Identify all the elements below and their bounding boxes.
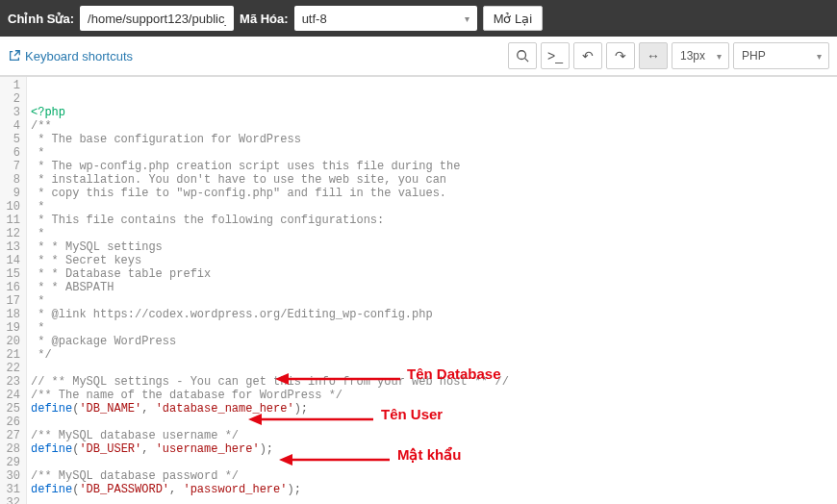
line-number: 2: [4, 92, 20, 106]
svg-point-0: [518, 51, 526, 60]
code-line: */: [31, 348, 833, 362]
line-number: 31: [4, 483, 20, 496]
undo-button[interactable]: ↶: [573, 42, 602, 69]
line-number: 25: [4, 402, 20, 416]
line-number: 15: [4, 267, 20, 281]
code-line: * installation. You don't have to use th…: [31, 173, 833, 187]
code-line: // ** MySQL settings - You can get this …: [31, 375, 833, 389]
line-number: 5: [4, 133, 20, 146]
svg-line-1: [525, 59, 529, 63]
header-bar: Chỉnh Sửa: Mã Hóa: Mở Lại: [0, 0, 837, 37]
undo-icon: ↶: [582, 48, 594, 63]
wrap-button[interactable]: ↔: [639, 42, 668, 69]
external-link-icon: [8, 49, 21, 63]
code-line: * copy this file to "wp-config.php" and …: [31, 187, 833, 200]
line-gutter: 1234567891011121314151617181920212223242…: [0, 77, 27, 504]
code-line: define('DB_USER', 'username_here');: [31, 442, 833, 456]
code-line: [31, 362, 833, 375]
line-number: 9: [4, 187, 20, 200]
code-line: /** The name of the database for WordPre…: [31, 389, 833, 402]
code-line: *: [31, 146, 833, 160]
reopen-button[interactable]: Mở Lại: [483, 6, 544, 31]
line-number: 27: [4, 429, 20, 442]
line-number: 7: [4, 160, 20, 173]
code-line: [31, 416, 833, 429]
code-line: * This file contains the following confi…: [31, 214, 833, 227]
code-line: * The wp-config.php creation script uses…: [31, 160, 833, 173]
language-select[interactable]: PHP: [733, 42, 829, 69]
terminal-icon: >_: [547, 48, 563, 63]
line-number: 16: [4, 281, 20, 294]
edit-label: Chỉnh Sửa:: [8, 12, 74, 26]
code-line: * @package WordPress: [31, 335, 833, 348]
line-number: 1: [4, 79, 20, 92]
line-number: 18: [4, 308, 20, 321]
code-line: * * MySQL settings: [31, 240, 833, 254]
code-line: /**: [31, 119, 833, 133]
search-icon: [516, 49, 529, 63]
file-path-input[interactable]: [80, 6, 234, 31]
code-line: * * Database table prefix: [31, 267, 833, 281]
code-line: * @link https://codex.wordpress.org/Edit…: [31, 308, 833, 321]
code-line: [31, 456, 833, 469]
line-number: 21: [4, 348, 20, 362]
line-number: 14: [4, 254, 20, 267]
font-size-select[interactable]: 13px: [672, 42, 729, 69]
code-line: *: [31, 200, 833, 214]
code-line: *: [31, 227, 833, 240]
subheader-bar: Keyboard shortcuts >_ ↶ ↷ ↔ 13px PHP: [0, 37, 837, 76]
line-number: 10: [4, 200, 20, 214]
line-number: 26: [4, 416, 20, 429]
line-number: 28: [4, 442, 20, 456]
code-line: * * ABSPATH: [31, 281, 833, 294]
search-button[interactable]: [508, 42, 537, 69]
code-line: /** MySQL database username */: [31, 429, 833, 442]
line-number: 8: [4, 173, 20, 187]
code-line: * The base configuration for WordPress: [31, 133, 833, 146]
line-number: 4: [4, 119, 20, 133]
keyboard-shortcuts-label: Keyboard shortcuts: [25, 49, 133, 63]
line-number: 13: [4, 240, 20, 254]
line-number: 32: [4, 496, 20, 504]
wrap-icon: ↔: [647, 48, 660, 63]
line-number: 17: [4, 294, 20, 308]
line-number: 29: [4, 456, 20, 469]
encoding-label: Mã Hóa:: [240, 12, 289, 26]
code-line: <?php: [31, 106, 833, 119]
code-line: define('DB_PASSWORD', 'password_here');: [31, 483, 833, 496]
code-line: [31, 496, 833, 504]
code-line: *: [31, 294, 833, 308]
code-line: define('DB_NAME', 'database_name_here');: [31, 402, 833, 416]
line-number: 3: [4, 106, 20, 119]
line-number: 11: [4, 214, 20, 227]
code-editor[interactable]: 1234567891011121314151617181920212223242…: [0, 76, 837, 504]
editor-toolbar: >_ ↶ ↷ ↔ 13px PHP: [508, 42, 829, 69]
line-number: 30: [4, 469, 20, 483]
annotation-overlay: Tên Database Tên User Mật khẩu: [27, 77, 68, 90]
line-number: 20: [4, 335, 20, 348]
code-line: *: [31, 321, 833, 335]
line-number: 22: [4, 362, 20, 375]
keyboard-shortcuts-link[interactable]: Keyboard shortcuts: [8, 49, 133, 63]
code-line: /** MySQL database password */: [31, 469, 833, 483]
line-number: 19: [4, 321, 20, 335]
code-content[interactable]: <?php/** * The base configuration for Wo…: [27, 77, 837, 504]
redo-button[interactable]: ↷: [606, 42, 635, 69]
terminal-button[interactable]: >_: [541, 42, 570, 69]
line-number: 23: [4, 375, 20, 389]
code-line: * * Secret keys: [31, 254, 833, 267]
encoding-select[interactable]: [294, 6, 477, 31]
redo-icon: ↷: [615, 48, 626, 63]
line-number: 6: [4, 146, 20, 160]
line-number: 24: [4, 389, 20, 402]
line-number: 12: [4, 227, 20, 240]
